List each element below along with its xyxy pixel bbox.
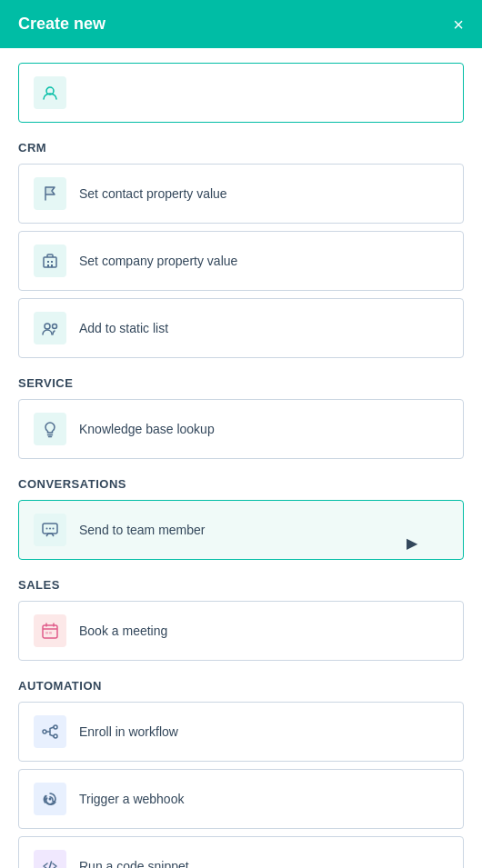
book-meeting-item[interactable]: Book a meeting: [18, 601, 464, 661]
knowledge-base-item[interactable]: Knowledge base lookup: [18, 399, 464, 459]
svg-point-10: [49, 528, 51, 530]
set-company-property-item[interactable]: Set company property value: [18, 231, 464, 291]
svg-rect-5: [51, 264, 53, 267]
knowledge-base-icon-box: [34, 413, 66, 445]
svg-rect-14: [49, 632, 52, 634]
svg-point-9: [46, 528, 48, 530]
run-code-label: Run a code snippet: [79, 859, 189, 868]
cursor-indicator: ▶: [407, 534, 417, 552]
enroll-workflow-label: Enroll in workflow: [79, 724, 178, 739]
set-contact-label: Set contact property value: [79, 186, 227, 201]
svg-point-6: [45, 324, 50, 329]
service-section-label: Service: [18, 376, 464, 390]
set-contact-icon-box: [34, 177, 66, 210]
webhook-icon: [41, 790, 59, 808]
crm-section-label: CRM: [18, 141, 464, 155]
svg-rect-13: [45, 632, 48, 634]
automation-section-label: Automation: [18, 679, 464, 693]
trigger-webhook-icon-box: [34, 783, 66, 815]
send-team-icon-box: [34, 514, 66, 546]
svg-rect-4: [47, 264, 49, 267]
send-team-label: Send to team member: [79, 523, 206, 537]
svg-rect-1: [44, 257, 56, 267]
svg-point-7: [53, 324, 57, 329]
set-company-icon-box: [34, 244, 66, 277]
modal-body: CRM Set contact property value Set compa…: [0, 48, 482, 868]
trigger-webhook-item[interactable]: Trigger a webhook: [18, 769, 464, 829]
svg-point-11: [53, 528, 55, 530]
run-code-snippet-item[interactable]: Run a code snippet: [18, 836, 464, 868]
enroll-workflow-icon-box: [34, 715, 66, 748]
svg-point-18: [49, 798, 52, 801]
send-to-team-member-item[interactable]: Send to team member ▶: [18, 500, 464, 560]
flag-icon: [41, 185, 59, 203]
book-meeting-label: Book a meeting: [79, 624, 167, 638]
add-to-static-list-item[interactable]: Add to static list: [18, 298, 464, 358]
knowledge-base-label: Knowledge base lookup: [79, 422, 215, 436]
calendar-icon: [41, 622, 59, 640]
svg-rect-3: [51, 261, 53, 263]
svg-rect-2: [47, 261, 49, 263]
conversations-section-label: Conversations: [18, 477, 464, 491]
partial-top-item[interactable]: [18, 63, 464, 123]
lightbulb-icon: [41, 420, 59, 438]
partial-item-icon: [41, 84, 59, 102]
code-icon: [41, 857, 59, 868]
set-contact-property-item[interactable]: Set contact property value: [18, 164, 464, 224]
enroll-workflow-item[interactable]: Enroll in workflow: [18, 702, 464, 762]
modal-title: Create new: [18, 15, 105, 34]
modal-header: Create new ×: [0, 0, 482, 48]
trigger-webhook-label: Trigger a webhook: [79, 792, 184, 806]
book-meeting-icon-box: [34, 614, 66, 647]
chat-icon: [41, 521, 59, 539]
run-code-icon-box: [34, 850, 66, 868]
users-list-icon: [41, 319, 59, 337]
add-to-list-icon-box: [34, 312, 66, 344]
sales-section-label: Sales: [18, 578, 464, 592]
partial-item-icon-box: [34, 76, 66, 109]
close-button[interactable]: ×: [453, 15, 464, 34]
add-to-static-list-label: Add to static list: [79, 321, 168, 335]
workflow-icon: [41, 723, 59, 741]
building-icon: [41, 252, 59, 270]
set-company-label: Set company property value: [79, 254, 237, 268]
